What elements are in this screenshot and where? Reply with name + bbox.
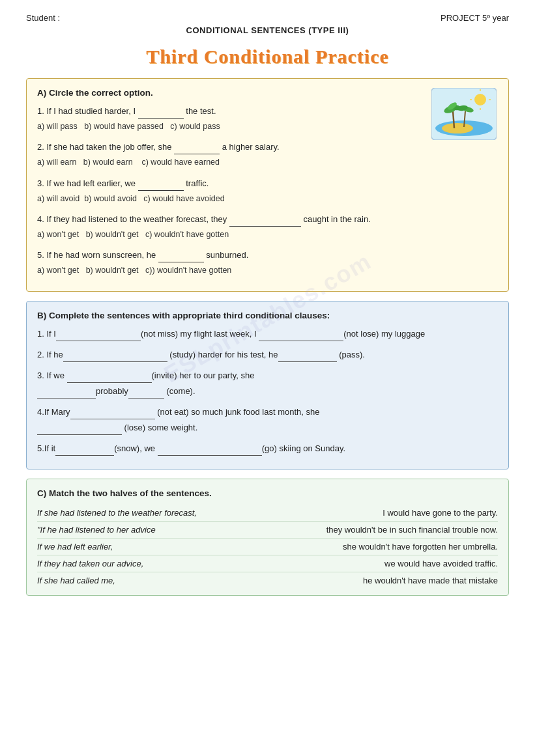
q3-blank bbox=[138, 182, 184, 191]
b2-blank2 bbox=[278, 353, 337, 362]
question-a3: 3. If we had left earlier, we traffic. a… bbox=[37, 176, 498, 206]
subtitle: CONDITIONAL SENTENCES (TYPE III) bbox=[26, 25, 509, 35]
b4-blank1 bbox=[70, 410, 155, 419]
question-a5: 5. If he had worn sunscreen, he sunburne… bbox=[37, 248, 498, 277]
big-title: Third Conditional Practice bbox=[26, 46, 509, 68]
b2-blank1 bbox=[63, 353, 167, 362]
match-right-3: she wouldn't have forgotten her umbrella… bbox=[295, 542, 498, 552]
section-c-title: C) Match the two halves of the sentences… bbox=[37, 488, 498, 498]
question-b3: 3. If we (invite) her to our party, she … bbox=[37, 369, 498, 399]
match-left-5: If she had called me, bbox=[37, 576, 291, 585]
match-right-2: they wouldn't be in such financial troub… bbox=[295, 525, 498, 535]
question-b4: 4.If Mary (not eat) so much junk food la… bbox=[37, 405, 498, 435]
question-a1: 1. If I had studied harder, I the test. … bbox=[37, 104, 498, 133]
section-b-title: B) Complete the sentences with appropria… bbox=[37, 311, 498, 320]
match-row-3: If we had left earlier, she wouldn't hav… bbox=[37, 539, 498, 555]
q5-options: a) won't get b) wouldn't get c)) wouldn'… bbox=[37, 264, 498, 277]
match-right-1: I would have gone to the party. bbox=[295, 508, 498, 518]
question-a4: 4. If they had listened to the weather f… bbox=[37, 212, 498, 242]
q4-sentence: 4. If they had listened to the weather f… bbox=[37, 212, 498, 227]
b3-blank1 bbox=[67, 374, 152, 383]
q5-blank bbox=[158, 253, 204, 262]
q4-blank bbox=[229, 217, 301, 227]
match-left-1: If she had listened to the weather forec… bbox=[37, 508, 291, 518]
match-row-4: If they had taken our advice, we would h… bbox=[37, 555, 498, 572]
match-left-4: If they had taken our advice, bbox=[37, 559, 291, 568]
question-a2: 2. If she had taken the job offer, she a… bbox=[37, 140, 498, 169]
b3-blank2 bbox=[37, 389, 96, 399]
q2-blank bbox=[174, 145, 220, 154]
match-right-4: we would have avoided traffic. bbox=[295, 559, 498, 568]
match-row-1: If she had listened to the weather forec… bbox=[37, 505, 498, 522]
question-b1: 1. If I(not miss) my flight last week, I… bbox=[37, 327, 498, 341]
q1-sentence: 1. If I had studied harder, I the test. bbox=[37, 104, 498, 119]
b3-blank3 bbox=[128, 389, 164, 399]
island-illustration bbox=[431, 88, 497, 140]
question-b5: 5.If it(snow), we (go) skiing on Sunday. bbox=[37, 441, 498, 456]
svg-point-1 bbox=[474, 94, 486, 105]
q5-sentence: 5. If he had worn sunscreen, he sunburne… bbox=[37, 248, 498, 262]
b1-blank2 bbox=[259, 332, 343, 341]
b4-blank2 bbox=[37, 426, 122, 435]
project-label: PROJECT 5º year bbox=[441, 13, 509, 23]
q3-sentence: 3. If we had left earlier, we traffic. bbox=[37, 176, 498, 191]
match-left-3: If we had left earlier, bbox=[37, 542, 291, 552]
match-left-2: "If he had listened to her advice bbox=[37, 525, 291, 535]
q2-sentence: 2. If she had taken the job offer, she a… bbox=[37, 140, 498, 154]
section-a-title: A) Circle the correct option. bbox=[37, 88, 498, 98]
q3-options: a) will avoid b) would avoid c) would ha… bbox=[37, 192, 498, 206]
q2-options: a) will earn b) would earn c) would have… bbox=[37, 156, 498, 169]
section-c: C) Match the two halves of the sentences… bbox=[26, 479, 509, 596]
question-b2: 2. If he (study) harder for his test, he… bbox=[37, 348, 498, 362]
match-row-5: If she had called me, he wouldn't have m… bbox=[37, 572, 498, 589]
svg-point-7 bbox=[442, 123, 473, 133]
header-top: Student : PROJECT 5º year bbox=[26, 13, 509, 23]
q1-options: a) will pass b) would have passed c) wou… bbox=[37, 120, 498, 133]
b5-blank1 bbox=[55, 447, 114, 456]
q1-blank bbox=[138, 109, 184, 119]
b1-blank1 bbox=[56, 332, 141, 341]
section-a: A) Circle the correct option. 1. If I ha… bbox=[26, 78, 509, 292]
match-right-5: he wouldn't have made that mistake bbox=[295, 576, 498, 585]
match-row-2: "If he had listened to her advice they w… bbox=[37, 522, 498, 539]
q4-options: a) won't get b) wouldn't get c) wouldn't… bbox=[37, 228, 498, 242]
section-b: B) Complete the sentences with appropria… bbox=[26, 301, 509, 470]
b5-blank2 bbox=[158, 447, 262, 456]
student-label: Student : bbox=[26, 13, 60, 23]
